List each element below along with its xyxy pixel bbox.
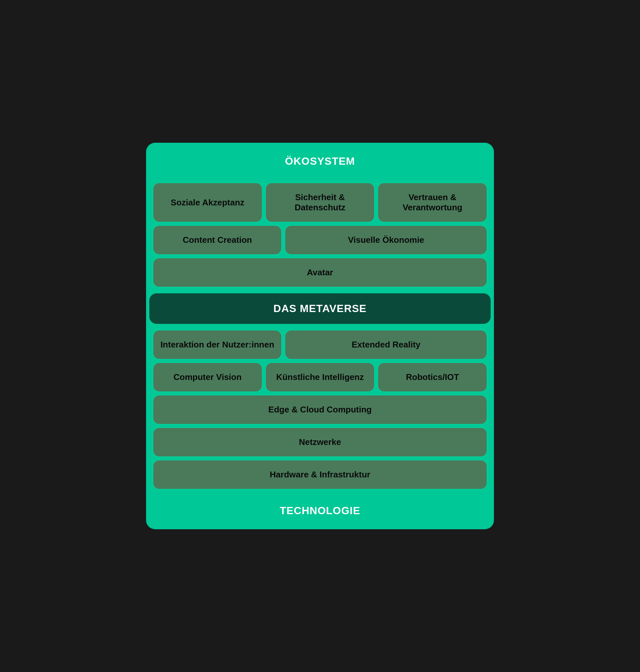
card-edge-cloud: Edge & Cloud Computing	[152, 395, 488, 425]
card-computer-vision: Computer Vision	[152, 362, 263, 392]
technologie-header: TECHNOLOGIE	[149, 495, 491, 526]
metaverse-title: DAS METAVERSE	[273, 303, 367, 315]
card-netzwerke: Netzwerke	[152, 427, 488, 457]
card-avatar: Avatar	[152, 258, 488, 288]
card-interaktion-nutzerinnen: Interaktion der Nutzer:innen	[152, 330, 282, 360]
card-hardware-infrastruktur: Hardware & Infrastruktur	[152, 460, 488, 490]
row-4: Interaktion der Nutzer:innen Extended Re…	[152, 330, 488, 360]
metaverse-header: DAS METAVERSE	[149, 293, 491, 324]
row-1: Soziale Akzeptanz Sicherheit & Datenschu…	[152, 182, 488, 222]
technologie-container: Interaktion der Nutzer:innen Extended Re…	[149, 326, 491, 493]
okosystem-header: ÖKOSYSTEM	[149, 146, 491, 177]
card-content-creation: Content Creation	[152, 225, 282, 255]
card-extended-reality: Extended Reality	[285, 330, 488, 360]
main-diagram: ÖKOSYSTEM Soziale Akzeptanz Sicherheit &…	[146, 143, 494, 529]
card-sicherheit-datenschutz: Sicherheit & Datenschutz	[265, 182, 375, 222]
card-vertrauen-verantwortung: Vertrauen & Verantwortung	[377, 182, 488, 222]
technologie-title: TECHNOLOGIE	[280, 505, 360, 517]
row-5: Computer Vision Künstliche Intelligenz R…	[152, 362, 488, 392]
card-soziale-akzeptanz: Soziale Akzeptanz	[152, 182, 263, 222]
card-kunstliche-intelligenz: Künstliche Intelligenz	[265, 362, 375, 392]
card-visuelle-okonomie: Visuelle Ökonomie	[285, 225, 488, 255]
card-robotics-iot: Robotics/IOT	[377, 362, 488, 392]
row-2: Content Creation Visuelle Ökonomie	[152, 225, 488, 255]
okosystem-container: Soziale Akzeptanz Sicherheit & Datenschu…	[149, 179, 491, 291]
okosystem-title: ÖKOSYSTEM	[285, 155, 355, 167]
